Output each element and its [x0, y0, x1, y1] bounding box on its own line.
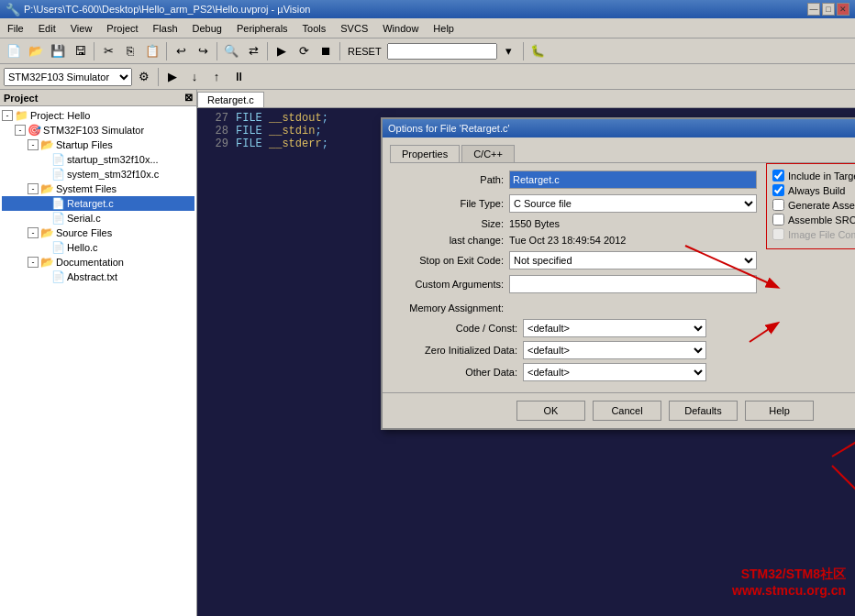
- menu-svcs[interactable]: SVCS: [333, 21, 375, 36]
- customargs-input[interactable]: [509, 275, 757, 293]
- filetype-control: C Source file: [509, 194, 757, 213]
- path-input[interactable]: [509, 170, 757, 189]
- lastchange-row: last change: Tue Oct 23 18:49:54 2012: [390, 235, 757, 246]
- maximize-button[interactable]: □: [822, 3, 835, 16]
- expander-startup[interactable]: -: [28, 139, 39, 150]
- tree-item-stm32[interactable]: - 🎯 STM32F103 Simulator: [2, 123, 194, 138]
- expander-stm32[interactable]: -: [15, 125, 26, 136]
- filetype-select[interactable]: C Source file: [509, 194, 757, 213]
- code-const-select[interactable]: <default>: [523, 319, 706, 337]
- menu-file[interactable]: File: [0, 21, 31, 36]
- lastchange-value: Tue Oct 23 18:49:54 2012: [509, 235, 757, 246]
- editor-area: Retarget.c 27 FILE __stdout; 28 FILE __s…: [197, 90, 855, 616]
- menu-view[interactable]: View: [63, 21, 100, 36]
- tree-item-retarget[interactable]: 📄 Retarget.c: [2, 196, 194, 211]
- redo-icon[interactable]: ↪: [193, 41, 213, 61]
- expander-doc[interactable]: -: [28, 257, 39, 268]
- tree-item-startup[interactable]: - 📂 Startup Files: [2, 138, 194, 152]
- options-icon[interactable]: ⚙: [134, 67, 154, 87]
- menu-edit[interactable]: Edit: [31, 21, 63, 36]
- run-icon[interactable]: ▶: [162, 67, 183, 87]
- svg-line-3: [832, 466, 855, 521]
- stopexit-select[interactable]: Not specified: [509, 251, 757, 270]
- tree-item-source[interactable]: - 📂 Source Files: [2, 226, 194, 240]
- stop-icon[interactable]: ⏹: [316, 41, 336, 61]
- find-icon[interactable]: 🔍: [221, 41, 241, 61]
- menu-peripherals[interactable]: Peripherals: [229, 21, 295, 36]
- stopexit-row: Stop on Exit Code: Not specified: [390, 251, 757, 270]
- save-all-icon[interactable]: 🖫: [70, 41, 90, 61]
- tree-item-root[interactable]: - 📁 Project: Hello: [2, 108, 194, 123]
- defaults-button[interactable]: Defaults: [669, 401, 738, 421]
- dialog-overlay: Options for File 'Retarget.c' ✕ Properti…: [197, 90, 855, 616]
- always-build-label: Always Build: [788, 185, 845, 196]
- reset-input[interactable]: [387, 43, 497, 60]
- open-icon[interactable]: 📂: [26, 41, 46, 61]
- include-build-checkbox[interactable]: [772, 170, 784, 182]
- code-const-row: Code / Const: <default>: [390, 319, 757, 337]
- assemble-src-checkbox[interactable]: [772, 214, 784, 226]
- assemble-src-label: Assemble SRC File: [788, 214, 855, 226]
- gen-asm-checkbox[interactable]: [772, 199, 784, 211]
- target-select[interactable]: STM32F103 Simulator: [4, 68, 132, 86]
- step-icon[interactable]: ↓: [184, 67, 205, 87]
- debug-icon[interactable]: 🐛: [527, 41, 548, 61]
- title-bar-left: 🔧 P:\Users\TC-600\Desktop\Hello_arm_PS2\…: [6, 3, 310, 16]
- dialog-title-text: Options for File 'Retarget.c': [388, 123, 510, 134]
- project-tree: - 📁 Project: Hello - 🎯 STM32F103 Simulat…: [0, 106, 196, 616]
- toolbar-1: 📄 📂 💾 🖫 ✂ ⎘ 📋 ↩ ↪ 🔍 ⇄ ▶ ⟳ ⏹ RESET ▾ 🐛: [0, 38, 855, 64]
- customargs-control: [509, 275, 757, 293]
- expander-source[interactable]: -: [28, 227, 39, 238]
- menu-project[interactable]: Project: [99, 21, 145, 36]
- zero-init-label: Zero Initialized Data:: [390, 345, 523, 356]
- tree-item-startup1[interactable]: 📄 startup_stm32f10x...: [2, 152, 194, 167]
- menu-debug[interactable]: Debug: [185, 21, 229, 36]
- rebuild-icon[interactable]: ⟳: [294, 41, 314, 61]
- stopexit-label: Stop on Exit Code:: [390, 255, 509, 266]
- toolbar-sep-6: [523, 42, 524, 60]
- replace-icon[interactable]: ⇄: [243, 41, 263, 61]
- window-title: P:\Users\TC-600\Desktop\Hello_arm_PS2\He…: [24, 4, 310, 15]
- tab-cpp[interactable]: C/C++: [461, 145, 515, 162]
- ok-button[interactable]: OK: [516, 401, 585, 421]
- reset-dropdown-icon[interactable]: ▾: [499, 41, 519, 61]
- menu-window[interactable]: Window: [375, 21, 426, 36]
- tab-properties[interactable]: Properties: [390, 145, 460, 162]
- folder-source-icon: 📂: [40, 226, 54, 239]
- copy-icon[interactable]: ⎘: [120, 41, 140, 61]
- size-value: 1550 Bytes: [509, 218, 757, 229]
- expander-root[interactable]: -: [2, 110, 13, 121]
- new-file-icon[interactable]: 📄: [4, 41, 24, 61]
- other-data-label: Other Data:: [390, 367, 523, 378]
- save-icon[interactable]: 💾: [48, 41, 68, 61]
- image-compress-checkbox: [772, 228, 784, 240]
- menu-flash[interactable]: Flash: [146, 21, 185, 36]
- svg-line-2: [832, 429, 855, 456]
- zero-init-select[interactable]: <default>: [523, 341, 706, 359]
- always-build-checkbox[interactable]: [772, 184, 784, 196]
- build-icon[interactable]: ▶: [272, 41, 292, 61]
- tree-item-serial[interactable]: 📄 Serial.c: [2, 211, 194, 226]
- toolbar-sep-3: [217, 42, 217, 60]
- options-dialog: Options for File 'Retarget.c' ✕ Properti…: [381, 117, 855, 430]
- step-out-icon[interactable]: ↑: [206, 67, 227, 87]
- halt-icon[interactable]: ⏸: [228, 67, 249, 87]
- menu-help[interactable]: Help: [426, 21, 461, 36]
- tree-item-system[interactable]: 📄 system_stm32f10x.c: [2, 167, 194, 182]
- other-data-select[interactable]: <default>: [523, 363, 706, 381]
- minimize-button[interactable]: —: [807, 3, 820, 16]
- folder-icon: 📂: [40, 138, 54, 151]
- undo-icon[interactable]: ↩: [171, 41, 191, 61]
- paste-icon[interactable]: 📋: [142, 41, 162, 61]
- cut-icon[interactable]: ✂: [98, 41, 118, 61]
- tree-item-doc[interactable]: - 📂 Documentation: [2, 255, 194, 270]
- tree-item-hello[interactable]: 📄 Hello.c: [2, 240, 194, 255]
- expander-systemt[interactable]: -: [28, 183, 39, 194]
- help-button[interactable]: Help: [745, 401, 814, 421]
- menu-tools[interactable]: Tools: [295, 21, 334, 36]
- tree-item-systemt[interactable]: - 📂 Systemt Files: [2, 182, 194, 196]
- cancel-button[interactable]: Cancel: [593, 401, 661, 421]
- tree-item-abstract[interactable]: 📄 Abstract.txt: [2, 270, 194, 284]
- customargs-label: Custom Arguments:: [390, 279, 509, 290]
- close-button[interactable]: ✕: [837, 3, 849, 16]
